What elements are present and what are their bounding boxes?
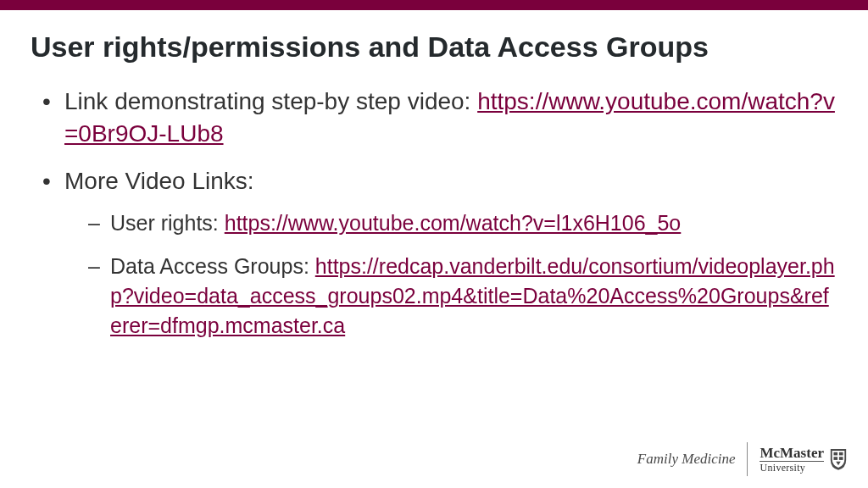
bullet-list: Link demonstrating step-by step video: h… <box>31 86 837 341</box>
footer: Family Medicine McMaster University <box>637 442 848 476</box>
sub-bullet-text: Data Access Groups: <box>110 254 315 278</box>
slide-body: User rights/permissions and Data Access … <box>0 10 868 341</box>
bullet-item: Link demonstrating step-by step video: h… <box>42 86 837 150</box>
svg-rect-3 <box>839 457 843 460</box>
sub-bullet-item: Data Access Groups: https://redcap.vande… <box>88 252 837 341</box>
video-link[interactable]: https://www.youtube.com/watch?v=l1x6H106… <box>225 211 682 235</box>
department-label: Family Medicine <box>637 451 736 468</box>
brand-name: McMaster <box>760 446 824 460</box>
bullet-text: Link demonstrating step-by step video: <box>64 88 477 114</box>
top-accent-bar <box>0 0 868 10</box>
sub-bullet-item: User rights: https://www.youtube.com/wat… <box>88 208 837 238</box>
crest-icon <box>829 447 848 471</box>
brand-sub: University <box>760 461 824 473</box>
bullet-text: More Video Links: <box>64 168 254 194</box>
brand-block: McMaster University <box>760 446 848 473</box>
bullet-item: More Video Links: User rights: https://w… <box>42 165 837 341</box>
sub-bullet-list: User rights: https://www.youtube.com/wat… <box>64 208 837 341</box>
footer-divider <box>747 442 748 476</box>
slide-title: User rights/permissions and Data Access … <box>31 30 837 64</box>
brand-text: McMaster University <box>760 446 824 473</box>
svg-rect-1 <box>839 452 843 456</box>
svg-rect-2 <box>834 457 838 460</box>
svg-rect-0 <box>834 452 838 456</box>
sub-bullet-text: User rights: <box>110 211 225 235</box>
